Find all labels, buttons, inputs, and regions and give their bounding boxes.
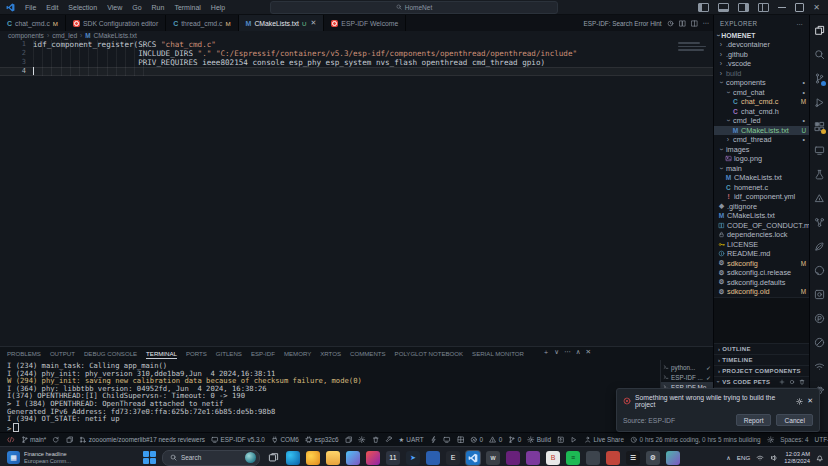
- activity-leaf[interactable]: [810, 234, 828, 258]
- tree-item-main[interactable]: ›main: [714, 164, 809, 174]
- panel-tab-output[interactable]: OUTPUT: [50, 349, 75, 358]
- tree-item-cmakelists-txt[interactable]: MCMakeLists.txtU: [714, 126, 809, 136]
- notification-gear-icon[interactable]: [796, 398, 803, 405]
- menu-selection[interactable]: Selection: [63, 4, 102, 11]
- editor-tab-chat-cmd-c[interactable]: Cchat_cmd.cM: [0, 15, 66, 31]
- taskbar-app-visual-studio-2[interactable]: [526, 451, 540, 465]
- taskbar-app-app-people[interactable]: [606, 451, 620, 465]
- breadcrumb-item[interactable]: cmd_led: [52, 32, 77, 39]
- code-line[interactable]: 4: [0, 67, 713, 76]
- activity-gitlens-wifi[interactable]: [810, 354, 828, 378]
- terminal-instance-1[interactable]: ESP-IDF ...✓: [661, 372, 713, 382]
- start-button[interactable]: [143, 451, 156, 464]
- taskbar-app-arrow-blue[interactable]: ➤: [406, 451, 420, 465]
- wifi-icon[interactable]: [756, 454, 764, 462]
- status-live-share[interactable]: Live Share: [581, 436, 627, 444]
- panel-action-icon[interactable]: ∨: [554, 348, 559, 357]
- tree-item-cmd-chat[interactable]: ›cmd_chat•: [714, 88, 809, 98]
- tree-item-build[interactable]: ›build: [714, 69, 809, 79]
- panel-tab-memory[interactable]: MEMORY: [284, 349, 311, 358]
- activity-github[interactable]: [810, 258, 828, 282]
- tree-item-code-of-conduct-md[interactable]: CODE_OF_CONDUCT.md: [714, 221, 809, 231]
- panel-tab-terminal[interactable]: TERMINAL: [146, 349, 177, 359]
- window-minimize-button[interactable]: [778, 7, 786, 8]
- taskbar-app-edge[interactable]: [286, 451, 300, 465]
- status-indentation[interactable]: Spaces: 4: [777, 436, 811, 443]
- status-git-branch[interactable]: main*: [18, 436, 50, 444]
- status-serial-port[interactable]: COM6: [268, 436, 302, 444]
- taskbar-app-app-red[interactable]: [366, 451, 380, 465]
- taskbar-app-file-explorer[interactable]: [326, 451, 340, 465]
- activity-source-control[interactable]: [810, 66, 828, 90]
- status-gear[interactable]: [355, 436, 369, 444]
- workspace-root-row[interactable]: › HOMENET: [714, 31, 809, 40]
- status-git-sync[interactable]: [49, 436, 63, 444]
- status-espidf-version[interactable]: ESP-IDF v5.3.0: [208, 436, 268, 444]
- customize-layout-icon[interactable]: [758, 3, 769, 12]
- history-icon[interactable]: [667, 20, 674, 27]
- panel-tab-gitlens[interactable]: GITLENS: [216, 349, 242, 358]
- menu-file[interactable]: File: [20, 4, 41, 11]
- menu-terminal[interactable]: Terminal: [169, 4, 205, 11]
- status-trash[interactable]: [369, 436, 383, 444]
- tree-item--gitignore[interactable]: ◆.gitignore: [714, 202, 809, 212]
- breadcrumb-item[interactable]: CMakeLists.txt: [94, 32, 137, 39]
- tray-language[interactable]: ENG: [737, 454, 750, 461]
- explorer-more-icon[interactable]: ⋯: [796, 20, 803, 27]
- activity-search[interactable]: [810, 42, 828, 66]
- tree-item-sdkconfig-old[interactable]: ⚙sdkconfig.oldM: [714, 287, 809, 297]
- report-button[interactable]: Report: [736, 414, 772, 426]
- activity-espidf-explorer[interactable]: [810, 186, 828, 210]
- status-monitor2[interactable]: [440, 436, 454, 444]
- notification-bell-icon[interactable]: [816, 454, 824, 462]
- tray-chevron-icon[interactable]: ∧: [726, 454, 731, 461]
- taskbar-app-app-blue[interactable]: [426, 451, 440, 465]
- status-uart[interactable]: ★UART: [396, 436, 427, 444]
- plus-icon[interactable]: [779, 379, 785, 385]
- tree-item-components[interactable]: ›components•: [714, 78, 809, 88]
- code-line[interactable]: 2 INCLUDE_DIRS "." "C:/Espressif/contain…: [0, 49, 713, 58]
- tree-item-logo-png[interactable]: logo.png: [714, 154, 809, 164]
- taskbar-app-settings[interactable]: ⚙: [646, 451, 660, 465]
- terminal-output[interactable]: I (234) main_task: Calling app_main()I (…: [0, 360, 660, 432]
- taskbar-app-spotify[interactable]: ≡: [566, 451, 580, 465]
- menu-edit[interactable]: Edit: [41, 4, 63, 11]
- window-restore-button[interactable]: [795, 3, 804, 12]
- status-encoding[interactable]: UTF-8: [812, 436, 828, 443]
- activity-run-debug[interactable]: [810, 90, 828, 114]
- editor-tab-cmakelists-txt[interactable]: MCMakeLists.txtU✕: [239, 15, 325, 31]
- menu-run[interactable]: Run: [147, 4, 170, 11]
- toggle-panel-icon[interactable]: [718, 3, 729, 12]
- status-copy[interactable]: [342, 436, 356, 444]
- status-bolt[interactable]: [427, 436, 441, 444]
- code-editor[interactable]: 1idf_component_register(SRCS "chat_cmd.c…: [0, 40, 713, 346]
- status-monitor-run[interactable]: [567, 436, 581, 444]
- tree-item-cmd-thread[interactable]: ›cmd_thread•: [714, 135, 809, 145]
- widgets-button[interactable]: ▦ Finance headline European Comm...: [0, 447, 78, 466]
- editor-tab-thread-cmd-c[interactable]: Cthread_cmd.cM: [166, 15, 238, 31]
- cancel-button[interactable]: Cancel: [776, 414, 813, 426]
- espidf-hint-label[interactable]: ESP-IDF: Search Error Hint: [583, 20, 661, 27]
- tree-item-chat-cmd-h[interactable]: Cchat_cmd.h: [714, 107, 809, 117]
- code-line[interactable]: 3 PRIV_REQUIRES ieee802154 console esp_p…: [0, 58, 713, 67]
- taskbar-app-vscode[interactable]: [466, 451, 480, 465]
- status-warnings[interactable]: 0: [486, 436, 505, 444]
- status-pull-request[interactable]: zoooomie/zoomerlib#17 needs reviewers: [76, 436, 208, 444]
- taskbar-app-task-view[interactable]: [266, 451, 280, 465]
- taskbar-app-visual-studio[interactable]: [506, 451, 520, 465]
- taskbar-app-app-eq[interactable]: ☰: [626, 451, 640, 465]
- panel-action-icon[interactable]: ✕: [585, 348, 591, 357]
- minimap[interactable]: [678, 42, 710, 82]
- panel-tab-debug-console[interactable]: DEBUG CONSOLE: [84, 349, 137, 358]
- panel-tab-polyglot-notebook[interactable]: POLYGLOT NOTEBOOK: [395, 349, 464, 358]
- terminal-instance-0[interactable]: python...✓: [661, 362, 713, 372]
- status-time-tracker[interactable]: 0 hrs 26 mins coding, 0 hrs 5 mins build…: [627, 436, 764, 444]
- activity-testing[interactable]: [810, 162, 828, 186]
- panel-tab-esp-idf[interactable]: ESP-IDF: [251, 349, 275, 358]
- split-editor-icon[interactable]: [679, 20, 686, 27]
- taskbar-app-photos[interactable]: [346, 451, 360, 465]
- menu-go[interactable]: Go: [127, 4, 146, 11]
- panel-action-icon[interactable]: ⋯: [564, 348, 571, 357]
- status-layers[interactable]: [63, 436, 77, 444]
- tree-item-images[interactable]: ›images: [714, 145, 809, 155]
